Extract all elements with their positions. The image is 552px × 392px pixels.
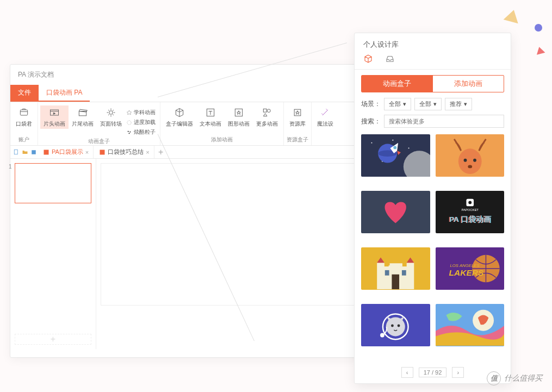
- filter-recommend[interactable]: 推荐 ▾: [445, 98, 472, 110]
- svg-point-17: [404, 151, 430, 177]
- svg-rect-39: [385, 270, 389, 276]
- clapperboard-icon: [77, 107, 89, 119]
- svg-rect-37: [407, 263, 414, 289]
- save-icon[interactable]: [30, 148, 38, 156]
- pager-total: 92: [435, 369, 442, 376]
- tab-file[interactable]: 文件: [10, 85, 39, 102]
- ribbon: 口袋君 账户 片头动画 片尾动画 页面转场: [10, 102, 362, 146]
- add-slide-button[interactable]: +: [15, 334, 91, 345]
- ribbon-item-pocket[interactable]: 口袋君: [13, 105, 35, 129]
- film-play-icon: [48, 107, 60, 119]
- doc-tab-1[interactable]: PA口袋展示 ×: [39, 146, 94, 158]
- svg-point-3: [109, 111, 113, 115]
- new-doc-icon[interactable]: [13, 148, 20, 156]
- svg-rect-14: [32, 150, 36, 154]
- filter-all[interactable]: 全部 ▾: [414, 98, 442, 110]
- svg-text:LAKERS: LAKERS: [449, 268, 484, 277]
- tab-pocket-animation[interactable]: 口袋动画 PA: [39, 85, 90, 102]
- ribbon-item-text-anim[interactable]: 文本动画: [196, 105, 225, 129]
- search-row: 搜索：: [355, 110, 511, 128]
- ribbon-label: 页面转场: [100, 120, 122, 128]
- svg-rect-15: [44, 150, 49, 154]
- svg-rect-0: [20, 110, 27, 115]
- pager-current: 17: [424, 369, 430, 376]
- doc-tab-2[interactable]: 口袋技巧总结 ×: [95, 146, 154, 158]
- ribbon-item-magic[interactable]: 魔法设: [314, 105, 337, 129]
- svg-rect-38: [392, 275, 399, 289]
- filter-scene[interactable]: 全部 ▾: [384, 98, 411, 110]
- template-card-cat[interactable]: [361, 304, 430, 346]
- template-card-lakers[interactable]: LOS ANGELESLAKERS: [436, 247, 505, 290]
- slide-panel: 1 +: [10, 159, 96, 349]
- canvas-area: [96, 159, 362, 349]
- box-tab-icon[interactable]: [363, 54, 374, 65]
- group-label: 添加动画: [211, 134, 233, 145]
- svg-text:PAPOCKET: PAPOCKET: [461, 208, 479, 211]
- template-grid: PAPOCKETPA 口袋动画PA 口袋动画PA 口袋动画 LOS ANGELE…: [355, 128, 511, 362]
- panel-tab-animation-box[interactable]: 动画盒子: [362, 76, 433, 92]
- group-label: 资源盒子: [287, 134, 308, 145]
- pager-next-button[interactable]: ›: [452, 367, 464, 378]
- svg-point-19: [392, 140, 393, 141]
- ribbon-item-transition[interactable]: 页面转场: [97, 105, 125, 129]
- svg-rect-40: [402, 270, 406, 276]
- watermark-logo-icon: 值: [487, 371, 501, 385]
- template-card-abstract[interactable]: [436, 304, 505, 346]
- svg-point-46: [391, 325, 394, 327]
- ribbon-item-outro-anim[interactable]: 片尾动画: [69, 105, 97, 129]
- template-card-rocket[interactable]: [361, 134, 430, 177]
- svg-point-6: [129, 131, 131, 132]
- template-card-heart[interactable]: [361, 191, 430, 233]
- decoration-triangle-red: [535, 46, 545, 55]
- ribbon-group-add-anim: 盒子编辑器 文本动画 图形动画 更多动画 添加动画: [160, 102, 284, 145]
- filter-label: 场景：: [361, 99, 381, 109]
- slide-thumbnail[interactable]: 1: [15, 163, 91, 203]
- svg-rect-1: [51, 110, 59, 115]
- svg-point-26: [463, 159, 467, 162]
- ribbon-label: 片尾动画: [72, 120, 94, 128]
- panel-tab-add-animation[interactable]: 添加动画: [433, 76, 504, 92]
- svg-rect-36: [377, 263, 384, 289]
- slide-canvas[interactable]: [101, 163, 358, 306]
- ppt-icon: [43, 149, 49, 155]
- ribbon-item-more-anim[interactable]: 更多动画: [253, 105, 281, 129]
- ribbon-text-subject[interactable]: 学科动画: [126, 109, 156, 116]
- main-tab-strip: 文件 口袋动画 PA: [10, 85, 362, 102]
- chevron-down-icon: ▾: [403, 101, 406, 108]
- template-card-castle[interactable]: [361, 247, 430, 290]
- doc-tab-label: 口袋技巧总结: [108, 148, 144, 156]
- document-tabs: PA口袋展示 × 口袋技巧总结 × +: [10, 146, 362, 159]
- inbox-tab-icon[interactable]: [385, 54, 396, 65]
- ribbon-item-intro-anim[interactable]: 片头动画: [40, 105, 69, 129]
- close-icon[interactable]: ×: [85, 149, 89, 155]
- svg-point-30: [468, 201, 472, 204]
- ribbon-text-progress[interactable]: 进度加载: [126, 119, 156, 126]
- doc-tab-label: PA口袋展示: [52, 148, 83, 156]
- app-window: PA 演示文档 文件 口袋动画 PA 口袋君 账户 片头动画: [10, 64, 363, 358]
- svg-point-25: [458, 148, 481, 174]
- window-title: PA 演示文档: [10, 65, 362, 85]
- template-card-papocket[interactable]: PAPOCKETPA 口袋动画PA 口袋动画PA 口袋动画: [436, 191, 505, 233]
- sun-icon: [105, 107, 117, 119]
- ribbon-item-box-editor[interactable]: 盒子编辑器: [163, 105, 196, 129]
- ribbon-group-magic: 魔法设: [312, 102, 339, 145]
- search-input[interactable]: [384, 115, 504, 128]
- ribbon-label: 图形动画: [228, 120, 250, 128]
- svg-rect-16: [100, 150, 105, 154]
- panel-icon-tabs: [355, 54, 511, 70]
- pager-prev-button[interactable]: ‹: [401, 367, 413, 378]
- ribbon-item-shape-anim[interactable]: 图形动画: [225, 105, 253, 129]
- ribbon-label: 资源库: [289, 120, 306, 128]
- library-icon: [291, 107, 303, 119]
- ribbon-text-particles[interactable]: 炫酷粒子: [126, 128, 156, 136]
- svg-point-7: [129, 133, 130, 134]
- decoration-triangle-yellow: [504, 8, 522, 23]
- cube-icon: [173, 107, 185, 119]
- svg-point-24: [393, 146, 396, 149]
- open-folder-icon[interactable]: [21, 148, 29, 156]
- shapes-icon: [261, 107, 273, 119]
- slide-number: 1: [9, 164, 12, 170]
- close-icon[interactable]: ×: [146, 149, 149, 155]
- ribbon-item-library[interactable]: 资源库: [286, 105, 309, 129]
- template-card-deer[interactable]: [436, 134, 505, 177]
